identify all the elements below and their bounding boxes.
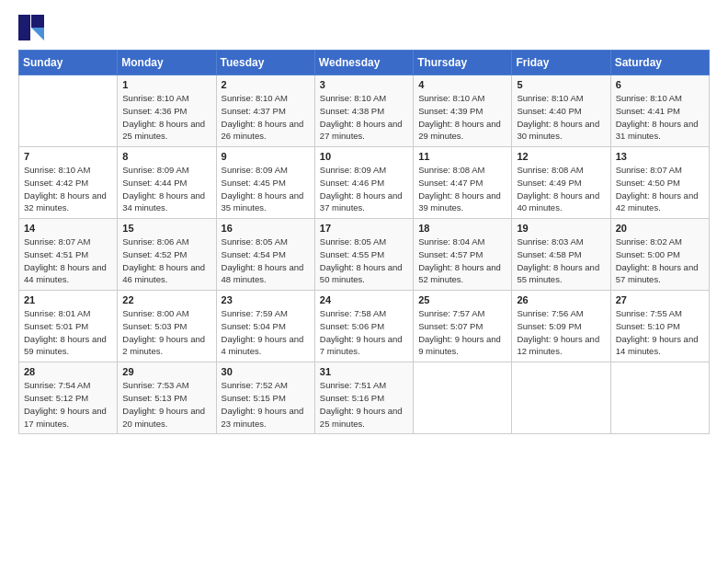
day-number: 14 bbox=[24, 223, 112, 234]
calendar-cell: 20 Sunrise: 8:02 AMSunset: 5:00 PMDaylig… bbox=[610, 219, 709, 291]
weekday-header-thursday: Thursday bbox=[414, 51, 512, 75]
logo bbox=[18, 15, 46, 40]
weekday-header-sunday: Sunday bbox=[19, 51, 118, 75]
day-info: Sunrise: 8:10 AMSunset: 4:41 PMDaylight:… bbox=[616, 92, 704, 143]
day-info: Sunrise: 7:55 AMSunset: 5:10 PMDaylight:… bbox=[616, 307, 704, 358]
calendar-cell: 4 Sunrise: 8:10 AMSunset: 4:39 PMDayligh… bbox=[414, 75, 512, 147]
day-info: Sunrise: 8:09 AMSunset: 4:45 PMDaylight:… bbox=[222, 164, 310, 214]
calendar-cell: 30 Sunrise: 7:52 AMSunset: 5:15 PMDaylig… bbox=[216, 362, 314, 434]
calendar-cell: 3 Sunrise: 8:10 AMSunset: 4:38 PMDayligh… bbox=[314, 75, 413, 147]
day-number: 12 bbox=[517, 151, 605, 162]
day-info: Sunrise: 8:09 AMSunset: 4:44 PMDaylight:… bbox=[122, 164, 210, 214]
calendar-cell: 29 Sunrise: 7:53 AMSunset: 5:13 PMDaylig… bbox=[118, 362, 216, 434]
calendar-cell: 13 Sunrise: 8:07 AMSunset: 4:50 PMDaylig… bbox=[610, 147, 709, 219]
day-info: Sunrise: 8:09 AMSunset: 4:46 PMDaylight:… bbox=[320, 164, 408, 214]
calendar-cell: 24 Sunrise: 7:58 AMSunset: 5:06 PMDaylig… bbox=[314, 291, 413, 362]
logo-icon bbox=[18, 15, 44, 40]
day-number: 15 bbox=[122, 223, 210, 234]
day-info: Sunrise: 8:03 AMSunset: 4:58 PMDaylight:… bbox=[517, 236, 605, 286]
day-number: 23 bbox=[222, 294, 310, 305]
calendar-table: SundayMondayTuesdayWednesdayThursdayFrid… bbox=[18, 50, 710, 434]
calendar-cell: 8 Sunrise: 8:09 AMSunset: 4:44 PMDayligh… bbox=[118, 147, 216, 219]
calendar-cell: 2 Sunrise: 8:10 AMSunset: 4:37 PMDayligh… bbox=[216, 75, 314, 147]
day-number: 30 bbox=[222, 366, 310, 377]
calendar-week-1: 1 Sunrise: 8:10 AMSunset: 4:36 PMDayligh… bbox=[19, 75, 710, 147]
day-info: Sunrise: 7:54 AMSunset: 5:12 PMDaylight:… bbox=[24, 379, 112, 430]
calendar-cell: 6 Sunrise: 8:10 AMSunset: 4:41 PMDayligh… bbox=[610, 75, 709, 147]
day-info: Sunrise: 8:02 AMSunset: 5:00 PMDaylight:… bbox=[616, 236, 704, 286]
day-info: Sunrise: 8:05 AMSunset: 4:55 PMDaylight:… bbox=[320, 236, 408, 286]
day-info: Sunrise: 7:51 AMSunset: 5:16 PMDaylight:… bbox=[320, 379, 408, 430]
calendar-cell: 21 Sunrise: 8:01 AMSunset: 5:01 PMDaylig… bbox=[19, 291, 118, 362]
svg-rect-0 bbox=[18, 15, 30, 40]
day-info: Sunrise: 8:10 AMSunset: 4:37 PMDaylight:… bbox=[222, 92, 310, 143]
weekday-header-row: SundayMondayTuesdayWednesdayThursdayFrid… bbox=[19, 51, 710, 75]
calendar-cell: 9 Sunrise: 8:09 AMSunset: 4:45 PMDayligh… bbox=[216, 147, 314, 219]
calendar-week-2: 7 Sunrise: 8:10 AMSunset: 4:42 PMDayligh… bbox=[19, 147, 710, 219]
day-info: Sunrise: 7:53 AMSunset: 5:13 PMDaylight:… bbox=[122, 379, 210, 430]
calendar-cell: 28 Sunrise: 7:54 AMSunset: 5:12 PMDaylig… bbox=[19, 362, 118, 434]
day-info: Sunrise: 8:10 AMSunset: 4:36 PMDaylight:… bbox=[122, 92, 210, 143]
day-info: Sunrise: 8:00 AMSunset: 5:03 PMDaylight:… bbox=[122, 307, 210, 358]
calendar-cell bbox=[512, 362, 610, 434]
calendar-cell: 14 Sunrise: 8:07 AMSunset: 4:51 PMDaylig… bbox=[19, 219, 118, 291]
calendar-cell: 5 Sunrise: 8:10 AMSunset: 4:40 PMDayligh… bbox=[512, 75, 610, 147]
calendar-cell: 19 Sunrise: 8:03 AMSunset: 4:58 PMDaylig… bbox=[512, 219, 610, 291]
day-number: 7 bbox=[24, 151, 112, 162]
day-info: Sunrise: 8:10 AMSunset: 4:38 PMDaylight:… bbox=[320, 92, 408, 143]
day-number: 11 bbox=[418, 151, 506, 162]
page-container: SundayMondayTuesdayWednesdayThursdayFrid… bbox=[0, 0, 728, 443]
day-info: Sunrise: 7:56 AMSunset: 5:09 PMDaylight:… bbox=[517, 307, 605, 358]
day-info: Sunrise: 8:05 AMSunset: 4:54 PMDaylight:… bbox=[222, 236, 310, 286]
day-info: Sunrise: 8:10 AMSunset: 4:40 PMDaylight:… bbox=[517, 92, 605, 143]
weekday-header-monday: Monday bbox=[118, 51, 216, 75]
weekday-header-wednesday: Wednesday bbox=[314, 51, 413, 75]
weekday-header-friday: Friday bbox=[512, 51, 610, 75]
calendar-cell: 25 Sunrise: 7:57 AMSunset: 5:07 PMDaylig… bbox=[414, 291, 512, 362]
day-number: 31 bbox=[320, 366, 408, 377]
day-number: 25 bbox=[418, 294, 506, 305]
day-number: 6 bbox=[616, 79, 704, 90]
day-number: 19 bbox=[517, 223, 605, 234]
day-info: Sunrise: 7:52 AMSunset: 5:15 PMDaylight:… bbox=[222, 379, 310, 430]
calendar-cell: 10 Sunrise: 8:09 AMSunset: 4:46 PMDaylig… bbox=[314, 147, 413, 219]
calendar-cell: 23 Sunrise: 7:59 AMSunset: 5:04 PMDaylig… bbox=[216, 291, 314, 362]
day-number: 27 bbox=[616, 294, 704, 305]
day-info: Sunrise: 8:08 AMSunset: 4:47 PMDaylight:… bbox=[418, 164, 506, 214]
day-number: 20 bbox=[616, 223, 704, 234]
day-info: Sunrise: 8:10 AMSunset: 4:42 PMDaylight:… bbox=[24, 164, 112, 214]
header bbox=[18, 15, 710, 40]
calendar-cell: 22 Sunrise: 8:00 AMSunset: 5:03 PMDaylig… bbox=[118, 291, 216, 362]
calendar-week-3: 14 Sunrise: 8:07 AMSunset: 4:51 PMDaylig… bbox=[19, 219, 710, 291]
day-number: 13 bbox=[616, 151, 704, 162]
calendar-cell: 18 Sunrise: 8:04 AMSunset: 4:57 PMDaylig… bbox=[414, 219, 512, 291]
day-number: 10 bbox=[320, 151, 408, 162]
day-info: Sunrise: 7:58 AMSunset: 5:06 PMDaylight:… bbox=[320, 307, 408, 358]
day-info: Sunrise: 8:01 AMSunset: 5:01 PMDaylight:… bbox=[24, 307, 112, 358]
calendar-cell bbox=[19, 75, 118, 147]
svg-rect-1 bbox=[31, 15, 44, 28]
calendar-cell bbox=[610, 362, 709, 434]
day-number: 22 bbox=[122, 294, 210, 305]
day-number: 4 bbox=[418, 79, 506, 90]
day-number: 29 bbox=[122, 366, 210, 377]
day-number: 18 bbox=[418, 223, 506, 234]
day-info: Sunrise: 7:59 AMSunset: 5:04 PMDaylight:… bbox=[222, 307, 310, 358]
day-info: Sunrise: 8:06 AMSunset: 4:52 PMDaylight:… bbox=[122, 236, 210, 286]
calendar-cell: 31 Sunrise: 7:51 AMSunset: 5:16 PMDaylig… bbox=[314, 362, 413, 434]
day-number: 9 bbox=[222, 151, 310, 162]
day-info: Sunrise: 8:07 AMSunset: 4:51 PMDaylight:… bbox=[24, 236, 112, 286]
day-number: 26 bbox=[517, 294, 605, 305]
day-number: 3 bbox=[320, 79, 408, 90]
weekday-header-tuesday: Tuesday bbox=[216, 51, 314, 75]
day-info: Sunrise: 8:07 AMSunset: 4:50 PMDaylight:… bbox=[616, 164, 704, 214]
calendar-cell: 16 Sunrise: 8:05 AMSunset: 4:54 PMDaylig… bbox=[216, 219, 314, 291]
calendar-cell: 27 Sunrise: 7:55 AMSunset: 5:10 PMDaylig… bbox=[610, 291, 709, 362]
calendar-body: 1 Sunrise: 8:10 AMSunset: 4:36 PMDayligh… bbox=[19, 75, 710, 434]
calendar-cell: 11 Sunrise: 8:08 AMSunset: 4:47 PMDaylig… bbox=[414, 147, 512, 219]
day-number: 28 bbox=[24, 366, 112, 377]
weekday-header-saturday: Saturday bbox=[610, 51, 709, 75]
day-info: Sunrise: 8:08 AMSunset: 4:49 PMDaylight:… bbox=[517, 164, 605, 214]
calendar-week-5: 28 Sunrise: 7:54 AMSunset: 5:12 PMDaylig… bbox=[19, 362, 710, 434]
calendar-cell: 1 Sunrise: 8:10 AMSunset: 4:36 PMDayligh… bbox=[118, 75, 216, 147]
